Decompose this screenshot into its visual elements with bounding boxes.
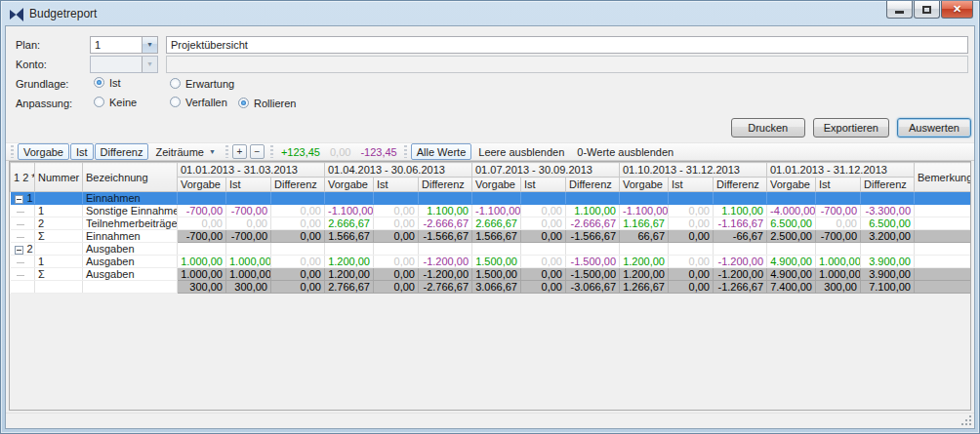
grid-cell[interactable]: -700,00	[178, 205, 226, 217]
grid-cell[interactable]: 7.100,00	[861, 281, 915, 294]
grid-cell[interactable]: -1.566,67	[566, 230, 620, 243]
period-header[interactable]: 01.07.2013 - 30.09.2013	[472, 163, 620, 178]
grid-cell[interactable]: 1.566,67	[472, 230, 521, 243]
grid-cell-nummer[interactable]	[35, 243, 83, 256]
grid-cell-nummer[interactable]: 1	[35, 256, 83, 268]
grid-cell-nummer[interactable]	[35, 192, 83, 205]
grid-cell-nummer[interactable]	[35, 281, 83, 294]
value-filter-button[interactable]: Leere ausblenden	[472, 143, 570, 160]
grid-cell[interactable]	[226, 243, 271, 256]
grid-cell[interactable]: 2.766,67	[325, 281, 374, 294]
grid-cell[interactable]: 0,00	[521, 281, 566, 294]
grid-cell[interactable]: -1.500,00	[566, 256, 620, 268]
collapse-expander-icon[interactable]	[15, 246, 23, 255]
grid-cell[interactable]: -1.200,00	[714, 268, 767, 281]
column-header-vorgabe[interactable]: Vorgabe	[767, 178, 816, 192]
grid-cell[interactable]	[816, 243, 861, 256]
grid-cell[interactable]: 0,00	[669, 268, 714, 281]
grid-cell[interactable]: 0,00	[271, 230, 325, 243]
grid-cell[interactable]: 0,00	[521, 217, 566, 230]
grid-cell[interactable]: 0,00	[521, 230, 566, 243]
table-row[interactable]: 2Ausgaben	[11, 243, 972, 256]
auswerten-button[interactable]: Auswerten	[897, 118, 971, 138]
grid-cell-bemerkung[interactable]	[915, 192, 972, 205]
grid-cell[interactable]: 0,00	[669, 230, 714, 243]
grid-cell[interactable]: 1.266,67	[620, 281, 669, 294]
column-header-differenz[interactable]: Differenz	[271, 178, 325, 192]
grid-cell[interactable]	[325, 243, 374, 256]
value-filter-button[interactable]: 0-Werte ausblenden	[571, 143, 679, 160]
grid-cell[interactable]: -1.566,67	[419, 230, 472, 243]
grid-cell-bezeichnung[interactable]: Einnahmen	[83, 230, 178, 243]
toolbar-grip-icon[interactable]	[11, 145, 14, 158]
plan-name-field[interactable]: Projektübersicht	[166, 36, 968, 54]
grid-cell[interactable]: -2.766,67	[419, 281, 472, 294]
grid-cell[interactable]: -66,67	[714, 230, 767, 243]
period-header[interactable]: 01.01.2013 - 31.12.2013	[767, 163, 915, 178]
grid-cell-bemerkung[interactable]	[915, 243, 972, 256]
radio-erwartung[interactable]: Erwartung	[170, 78, 234, 90]
grid-cell-bemerkung[interactable]	[915, 230, 972, 243]
maximize-button[interactable]	[914, 1, 940, 19]
grid-cell[interactable]: 1.000,00	[226, 256, 271, 268]
grid-cell[interactable]	[374, 243, 419, 256]
column-header-ist[interactable]: Ist	[669, 178, 714, 192]
grid-cell[interactable]: 1.566,67	[325, 230, 374, 243]
grid-cell[interactable]: 0,00	[271, 205, 325, 217]
grid-cell[interactable]: 3.066,67	[472, 281, 521, 294]
grid-cell[interactable]: 66,67	[620, 230, 669, 243]
column-toggle-ist[interactable]: Ist	[70, 143, 94, 160]
grid-cell-bemerkung[interactable]	[915, 256, 972, 268]
grid-cell[interactable]: 300,00	[178, 281, 226, 294]
grid-cell-bezeichnung[interactable]: Ausgaben	[83, 268, 178, 281]
grid-cell[interactable]	[374, 192, 419, 205]
grid-cell[interactable]: -700,00	[816, 230, 861, 243]
grid-cell[interactable]: -4.000,00	[767, 205, 816, 217]
grid-cell[interactable]	[325, 192, 374, 205]
grid-cell[interactable]: 0,00	[669, 281, 714, 294]
grid-cell[interactable]: 0,00	[271, 217, 325, 230]
grid-cell[interactable]: 1.200,00	[325, 268, 374, 281]
value-filter-button[interactable]: Alle Werte	[411, 143, 472, 160]
grid-cell[interactable]: -1.200,00	[714, 256, 767, 268]
drucken-button[interactable]: Drucken	[731, 118, 805, 138]
grid-cell[interactable]: -1.266,67	[714, 281, 767, 294]
expand-all-button[interactable]: +	[232, 144, 247, 159]
radio-verfallen[interactable]: Verfallen	[170, 97, 227, 108]
outline-level-buttons[interactable]: 1 2 *	[11, 163, 35, 192]
grid-cell[interactable]: 0,00	[226, 217, 271, 230]
grid-cell[interactable]: 2.666,67	[325, 217, 374, 230]
column-header-vorgabe[interactable]: Vorgabe	[325, 178, 374, 192]
grid-cell-nummer[interactable]: 1	[35, 205, 83, 217]
column-header-ist[interactable]: Ist	[226, 178, 271, 192]
grid-cell[interactable]	[669, 243, 714, 256]
grid-cell[interactable]: 0,00	[374, 281, 419, 294]
table-row[interactable]: 1Ausgaben1.000,001.000,000,001.200,000,0…	[11, 256, 972, 268]
grid-cell[interactable]: 1.100,00	[419, 205, 472, 217]
grid-cell[interactable]: 0,00	[669, 205, 714, 217]
grid-cell[interactable]: 6.500,00	[767, 217, 816, 230]
grid-cell[interactable]	[419, 192, 472, 205]
grid-cell[interactable]: -2.666,67	[419, 217, 472, 230]
grid-cell[interactable]: 0,00	[271, 281, 325, 294]
grid-cell[interactable]: 1.000,00	[178, 268, 226, 281]
table-row[interactable]: 1Einnahmen	[11, 192, 972, 205]
table-row[interactable]: 2Teilnehmerbeiträge0,000,000,002.666,670…	[11, 217, 972, 230]
grid-cell[interactable]: -3.066,67	[566, 281, 620, 294]
grid-cell[interactable]: 0,00	[271, 256, 325, 268]
grid-cell[interactable]	[566, 243, 620, 256]
radio-ist[interactable]: Ist	[94, 77, 121, 89]
grid-cell[interactable]: 0,00	[374, 230, 419, 243]
grid-cell-bemerkung[interactable]	[915, 217, 972, 230]
grid-cell-nummer[interactable]: 2	[35, 217, 83, 230]
column-header-differenz[interactable]: Differenz	[714, 178, 767, 192]
grid-cell[interactable]	[472, 243, 521, 256]
grid-cell[interactable]: 0,00	[669, 217, 714, 230]
grid-cell[interactable]: 0,00	[374, 256, 419, 268]
grid-cell[interactable]: -700,00	[226, 230, 271, 243]
grid-cell[interactable]: 1.100,00	[714, 205, 767, 217]
grid-cell[interactable]: 2.666,67	[472, 217, 521, 230]
grid-cell[interactable]: 0,00	[521, 205, 566, 217]
column-header-differenz[interactable]: Differenz	[419, 178, 472, 192]
grid-cell[interactable]	[178, 192, 226, 205]
